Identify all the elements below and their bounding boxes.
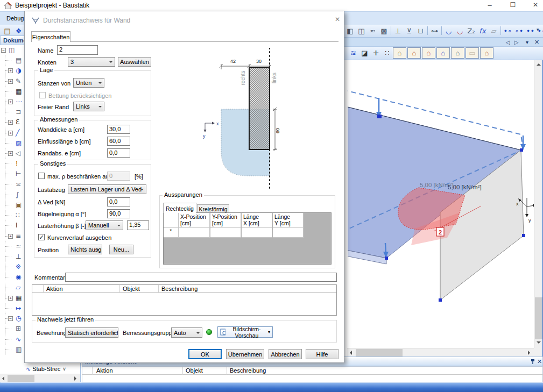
- freier-rand-select[interactable]: Links: [73, 102, 104, 111]
- viewport-hscrollbar[interactable]: [347, 348, 534, 357]
- load-z2-icon[interactable]: Z₂: [466, 25, 477, 36]
- plane-disabled-icon[interactable]: ▱: [488, 25, 499, 36]
- tree-expand-icon[interactable]: +: [8, 68, 13, 73]
- bewehrung-select[interactable]: Statisch erforderlich: [65, 327, 118, 338]
- kommentar-input[interactable]: [65, 273, 337, 282]
- maximize-button[interactable]: ☐: [505, 1, 521, 9]
- tree-item-stab-strec[interactable]: ∿ Stab-Strec ∨: [26, 365, 80, 373]
- mdi-nav-left-icon[interactable]: ◁: [504, 38, 512, 46]
- tree-expand-icon[interactable]: +: [8, 234, 13, 239]
- scroll-up-icon[interactable]: [537, 63, 541, 66]
- close-button[interactable]: ✕: [527, 1, 543, 9]
- node-pair-icon[interactable]: ••: [525, 25, 536, 36]
- toolbar-overflow-icon[interactable]: ▾: [537, 27, 539, 32]
- tree-collapse-icon[interactable]: −: [1, 48, 6, 53]
- node-icon[interactable]: •∘: [502, 25, 513, 36]
- pin-icon[interactable]: [530, 359, 536, 365]
- maxrho-input[interactable]: 0: [107, 172, 130, 181]
- maxrho-checkbox[interactable]: [38, 173, 45, 179]
- tab-eigenschaften[interactable]: Eigenschaften: [31, 31, 70, 42]
- sidebar-hscrollbar[interactable]: [0, 374, 81, 382]
- view-house-icon[interactable]: ⌂: [407, 47, 421, 59]
- mdi-close-icon[interactable]: ✕: [533, 38, 541, 46]
- mdi-nav-menu-icon[interactable]: ▾: [523, 38, 531, 46]
- node-mid-icon[interactable]: ∘•: [513, 25, 525, 36]
- view-home-icon[interactable]: ⌂: [480, 47, 493, 59]
- hilfe-button[interactable]: Hilfe: [306, 349, 339, 359]
- message-col-objekt[interactable]: Objekt: [186, 367, 203, 374]
- minimize-button[interactable]: –: [482, 1, 498, 9]
- grid-cell[interactable]: [210, 228, 241, 238]
- actions-col-objekt[interactable]: Objekt: [123, 286, 140, 293]
- tree-expand-icon[interactable]: +: [8, 296, 13, 301]
- randabs-input[interactable]: 0,0: [107, 148, 130, 158]
- bedding-icon[interactable]: ≈: [367, 25, 378, 36]
- save-project-icon[interactable]: ❖: [13, 25, 24, 36]
- tree-expand-icon[interactable]: +: [8, 151, 13, 156]
- tab-kreisfoermig[interactable]: Kreisförmig: [197, 204, 229, 213]
- tree-expand-icon[interactable]: +: [8, 99, 13, 104]
- view-side-icon[interactable]: ⌂: [436, 47, 450, 59]
- grid-cell[interactable]: [273, 228, 304, 238]
- auswaehlen-button[interactable]: Auswählen: [118, 57, 151, 67]
- bemessungsgruppe-select[interactable]: Auto: [171, 327, 202, 338]
- crane-icon[interactable]: ⊶: [429, 25, 440, 36]
- preview-dropdown-icon[interactable]: ▾: [268, 330, 270, 334]
- grid-col-xposition[interactable]: X-Position [cm]: [179, 213, 210, 228]
- new-document-icon[interactable]: ▤: [2, 25, 13, 36]
- tree-expand-icon[interactable]: +: [8, 131, 13, 136]
- message-col-aktion[interactable]: Aktion: [96, 367, 113, 374]
- select-numbers-icon[interactable]: ✛: [370, 48, 382, 59]
- bildschirm-vorschau-button[interactable]: Bildschirm-Vorschau ▾: [217, 326, 273, 338]
- support-b-icon[interactable]: ⊻: [404, 25, 415, 36]
- support-a-icon[interactable]: ⊥: [392, 25, 404, 36]
- kurvenverlauf-checkbox[interactable]: ✓: [38, 234, 45, 240]
- einflusslaenge-input[interactable]: 60,0: [107, 137, 130, 146]
- ok-button[interactable]: OK: [188, 349, 222, 359]
- support-c-icon[interactable]: ⊔: [415, 25, 426, 36]
- bettung-checkbox[interactable]: [39, 92, 46, 98]
- fx-icon[interactable]: fx: [477, 25, 488, 36]
- uebernehmen-button[interactable]: Übernehmen: [226, 349, 264, 359]
- grid-col-yposition[interactable]: Y-Position [cm]: [210, 213, 241, 228]
- vscroll-thumb[interactable]: [535, 297, 542, 339]
- view-blank-icon[interactable]: ▭: [466, 47, 479, 59]
- view-3d-icon[interactable]: ⌂: [393, 47, 406, 59]
- scroll-left-icon[interactable]: [350, 351, 352, 355]
- tree-expand-icon[interactable]: +: [8, 79, 13, 84]
- mdi-nav-right-icon[interactable]: ▷: [512, 38, 520, 46]
- machine-icon[interactable]: ▩: [378, 25, 390, 36]
- grid-cell[interactable]: [179, 228, 210, 238]
- lastabzug-select[interactable]: Lasten im Lager und Δ Ved: [68, 184, 146, 194]
- hscroll-thumb[interactable]: [356, 349, 403, 357]
- position-select[interactable]: Nichts ausg: [68, 245, 102, 254]
- knoten-select[interactable]: 3: [68, 57, 115, 67]
- sidebar-hscroll-thumb[interactable]: [8, 375, 34, 382]
- load-arc-icon[interactable]: ◡: [443, 25, 454, 36]
- tree-collapse-icon[interactable]: −: [8, 316, 13, 321]
- coords-icon[interactable]: ∷: [382, 48, 393, 59]
- wave-icon[interactable]: ≋: [348, 48, 359, 59]
- tree-expand-icon[interactable]: +: [8, 120, 13, 125]
- wanddicke-input[interactable]: 30,0: [107, 125, 130, 134]
- message-panel-close-icon[interactable]: ✕: [537, 358, 542, 365]
- buegelneigung-input[interactable]: 90,0: [107, 209, 130, 218]
- view-front-icon[interactable]: ⌂: [422, 47, 435, 59]
- punching-region[interactable]: [398, 188, 465, 230]
- tab-rechteckig[interactable]: Rechteckig: [163, 203, 196, 213]
- load-arc-red-icon[interactable]: ◡: [454, 25, 466, 36]
- sidebar-scroll-left-icon[interactable]: [2, 376, 4, 381]
- scroll-right-icon[interactable]: [528, 351, 530, 355]
- menu-debug[interactable]: Debug: [6, 15, 24, 22]
- scroll-down-icon[interactable]: [537, 341, 541, 344]
- view-roof-icon[interactable]: ⌂: [451, 47, 464, 59]
- screenshot-icon[interactable]: ◪: [359, 48, 370, 59]
- dialog-close-icon[interactable]: ✕: [332, 16, 343, 23]
- chevron-down-icon[interactable]: ∨: [62, 366, 66, 372]
- actions-col-aktion[interactable]: Aktion: [46, 286, 63, 293]
- aussparungen-grid[interactable]: X-Position [cm] Y-Position [cm] Länge X …: [163, 212, 332, 265]
- grid-cell[interactable]: [242, 228, 272, 238]
- grid-col-laenge-y[interactable]: Länge Y [cm]: [273, 213, 304, 228]
- lasterhoehung-select[interactable]: Manuell: [86, 220, 123, 230]
- dved-input[interactable]: 0,0: [107, 197, 130, 206]
